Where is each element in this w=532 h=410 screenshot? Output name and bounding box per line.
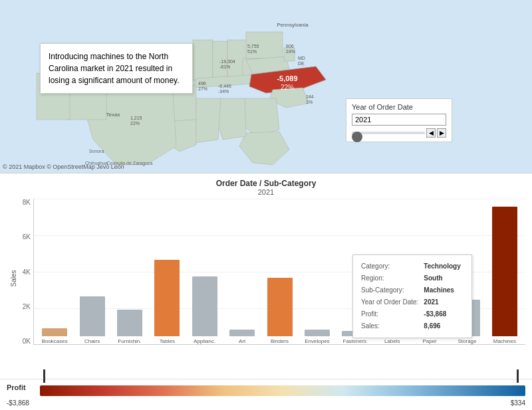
profit-indicator-low — [43, 369, 45, 383]
bar-4[interactable] — [192, 276, 217, 336]
bar-group-tables[interactable]: Tables — [149, 199, 185, 344]
profit-section: Profit -$3,868 $334 — [0, 379, 532, 410]
year-slider-handle[interactable] — [352, 132, 362, 142]
svg-text:22%: 22% — [130, 121, 140, 126]
bar-label-10: Paper — [422, 338, 436, 344]
svg-text:-81%: -81% — [219, 64, 230, 69]
profit-indicator-high — [517, 369, 519, 383]
svg-text:51%: 51% — [247, 49, 257, 54]
chart-section: Order Date / Sub-Category 2021 Sales 8K … — [0, 173, 532, 379]
bar-label-4: Applianc. — [194, 338, 215, 344]
bar-7[interactable] — [305, 330, 330, 336]
svg-text:-34%: -34% — [218, 89, 229, 94]
year-nav-next[interactable]: ▶ — [437, 128, 446, 138]
bar-label-6: Binders — [271, 338, 289, 344]
profit-label: Profit — [7, 383, 26, 391]
bar-2[interactable] — [117, 310, 142, 336]
chart-subtitle: 2021 — [0, 188, 532, 196]
bar-group-binders[interactable]: Binders — [261, 199, 297, 344]
tooltip-sales-label: Sales: — [360, 320, 422, 332]
bar-group-envelopes[interactable]: Envelopes — [299, 199, 335, 344]
bar-group-art[interactable]: Art — [224, 199, 260, 344]
bar-label-9: Labels — [384, 338, 400, 344]
profit-gradient-bar — [40, 385, 525, 396]
tooltip-year-label: Year of Order Date: — [360, 296, 422, 308]
map-section: Colorado Kansas Missouri Pennsylvania Te… — [0, 0, 532, 173]
svg-text:806: 806 — [286, 44, 294, 49]
svg-text:24%: 24% — [286, 49, 295, 54]
bar-label-2: Furnishin. — [118, 338, 141, 344]
svg-text:Texas: Texas — [106, 112, 120, 118]
bar-12[interactable] — [492, 207, 517, 336]
bar-1[interactable] — [80, 296, 105, 336]
bar-group-machines[interactable]: Machines — [487, 199, 523, 344]
profit-max: $334 — [511, 399, 525, 407]
bar-group-bookcases[interactable]: Bookcases — [37, 199, 72, 344]
bar-5[interactable] — [229, 330, 255, 336]
y-axis: 8K 6K 4K 2K 0K — [7, 199, 33, 345]
profit-values: -$3,868 $334 — [0, 399, 532, 407]
svg-text:-19,304: -19,304 — [219, 59, 235, 64]
svg-text:496: 496 — [198, 81, 206, 86]
chart-tooltip: Category: Technology Region: South Sub-C… — [352, 255, 472, 338]
map-tooltip-text: Introducing machines to the North Caroli… — [49, 52, 180, 85]
map-attribution: © 2021 Mapbox © OpenStreetMap Jevo León — [3, 163, 124, 170]
tooltip-region-label: Region: — [360, 272, 422, 284]
svg-text:1,215: 1,215 — [130, 116, 142, 120]
svg-marker-17 — [216, 98, 246, 140]
bar-label-12: Machines — [493, 338, 516, 344]
svg-text:MD: MD — [298, 56, 305, 60]
tooltip-category-label: Category: — [360, 260, 422, 272]
svg-text:22%: 22% — [281, 84, 294, 91]
bar-3[interactable] — [154, 260, 180, 336]
tooltip-year-value: 2021 — [422, 296, 462, 308]
bar-group-applianc[interactable]: Applianc. — [187, 199, 223, 344]
bar-6[interactable] — [267, 278, 293, 336]
year-slider-bar[interactable] — [352, 132, 425, 134]
svg-text:27%: 27% — [198, 86, 207, 91]
year-filter[interactable]: Year of Order Date ◀ ▶ — [346, 98, 452, 142]
bar-label-0: Bookcases — [42, 338, 68, 344]
svg-rect-5 — [193, 40, 213, 80]
svg-text:Sonora: Sonora — [89, 149, 104, 154]
svg-text:Pennsylvania: Pennsylvania — [277, 22, 309, 28]
bar-label-3: Tables — [160, 338, 175, 344]
bar-group-chairs[interactable]: Chairs — [74, 199, 110, 344]
svg-text:DE: DE — [298, 61, 305, 66]
tooltip-subcategory-value: Machines — [422, 284, 462, 296]
chart-area: Sales 8K 6K 4K 2K 0K BookcasesChairsFurn… — [0, 199, 532, 358]
bar-group-furnishin[interactable]: Furnishin. — [112, 199, 148, 344]
year-filter-label: Year of Order Date — [352, 103, 446, 111]
map-tooltip: Introducing machines to the North Caroli… — [40, 43, 193, 94]
tooltip-sales-value: 8,696 — [422, 320, 462, 332]
bar-0[interactable] — [42, 328, 67, 336]
bar-label-8: Fasteners — [343, 338, 367, 344]
svg-text:5,755: 5,755 — [247, 44, 259, 49]
profit-min: -$3,868 — [7, 399, 29, 407]
chart-title: Order Date / Sub-Category — [0, 179, 532, 188]
year-filter-input[interactable] — [352, 114, 446, 126]
tooltip-profit-value: -$3,868 — [422, 308, 462, 320]
year-nav-prev[interactable]: ◀ — [426, 128, 436, 138]
tooltip-region-value: South — [422, 272, 462, 284]
svg-text:1%: 1% — [306, 100, 313, 104]
svg-text:244: 244 — [306, 94, 314, 99]
tooltip-subcategory-label: Sub-Category: — [360, 284, 422, 296]
svg-text:-6,446: -6,446 — [218, 84, 231, 88]
tooltip-category-value: Technology — [422, 260, 462, 272]
bar-label-5: Art — [239, 338, 245, 344]
svg-text:-5,089: -5,089 — [277, 74, 297, 82]
bar-label-11: Storage — [458, 338, 476, 344]
bar-label-7: Envelopes — [305, 338, 329, 344]
tooltip-profit-label: Profit: — [360, 308, 422, 320]
bar-label-1: Chairs — [84, 338, 100, 344]
